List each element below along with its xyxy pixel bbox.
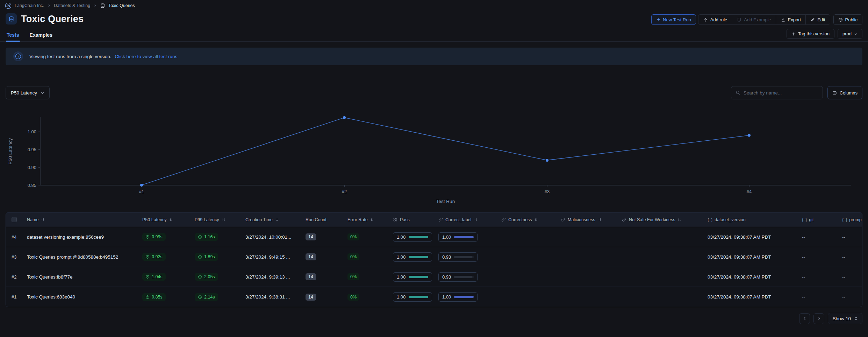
test-runs-table: NameP50 LatencyP99 LatencyCreation TimeR…	[6, 212, 862, 307]
search-icon	[736, 90, 740, 95]
new-test-run-button[interactable]: New Test Run	[651, 14, 696, 25]
add-example-button[interactable]: Add Example	[732, 15, 776, 24]
table-row[interactable]: #2Toxic Queries:fb8f77e1.04s2.05s3/27/20…	[6, 267, 862, 287]
sort-icon[interactable]	[169, 218, 173, 222]
breadcrumb-section[interactable]: Datasets & Testing	[54, 3, 90, 8]
pass-score: 1.00	[393, 232, 432, 242]
run-count-badge: 14	[306, 253, 316, 260]
pass-score: 1.00	[393, 292, 432, 302]
braces-icon: {···}	[708, 218, 712, 222]
svg-text:0.95: 0.95	[28, 147, 36, 152]
grid-icon	[393, 217, 397, 222]
sort-icon[interactable]	[474, 218, 478, 222]
run-name[interactable]: Toxic Queries:fb8f77e	[27, 274, 73, 280]
column-label: Name	[27, 217, 38, 222]
database-icon	[737, 17, 741, 22]
creation-time: 3/27/2024, 9:38:31 ...	[245, 294, 290, 300]
chevron-right-icon	[47, 4, 51, 7]
correct-label-score: 0.93	[438, 252, 478, 262]
database-icon	[100, 3, 105, 8]
column-label: Error Rate	[347, 217, 368, 222]
tab-tests[interactable]: Tests	[6, 29, 20, 41]
column-header-dataset-version: {···}dataset_version	[707, 217, 801, 222]
breadcrumb-org[interactable]: LangChain Inc.	[15, 3, 44, 8]
sort-desc-icon[interactable]	[275, 218, 279, 222]
prompt-value: --	[842, 234, 845, 240]
view-all-test-runs-link[interactable]: Click here to view all test runs	[115, 54, 178, 59]
version-info-banner: Viewing test runs from a single version.…	[6, 48, 862, 65]
breadcrumb: LangChain Inc. Datasets & Testing Toxic …	[0, 0, 868, 11]
pass-score: 1.00	[393, 252, 432, 262]
next-page-button[interactable]	[813, 313, 824, 324]
select-all-checkbox[interactable]	[12, 217, 17, 222]
dataset-version: 03/27/2024, 09:38:07 AM PDT	[708, 254, 771, 260]
search-input-wrapper	[731, 86, 823, 99]
sort-icon[interactable]	[370, 218, 374, 222]
run-count-badge: 14	[306, 273, 316, 280]
page-size-select[interactable]: Show 10	[828, 313, 862, 324]
p50-latency-badge: 0.85s	[142, 293, 166, 301]
search-input[interactable]	[744, 90, 818, 96]
export-button[interactable]: Export	[776, 15, 806, 24]
edit-button[interactable]: Edit	[806, 15, 830, 24]
pencil-icon	[811, 17, 815, 22]
run-name[interactable]: dataset versioning example:856cee9	[27, 234, 104, 240]
sort-icon[interactable]	[677, 218, 681, 222]
columns-button[interactable]: Columns	[827, 86, 862, 99]
prompt-value: --	[842, 254, 845, 260]
braces-icon: {···}	[802, 218, 806, 222]
lightning-icon	[703, 17, 708, 22]
table-row[interactable]: #4dataset versioning example:856cee90.99…	[6, 227, 862, 247]
svg-text:Test Run: Test Run	[436, 199, 455, 204]
dataset-version: 03/27/2024, 09:38:07 AM PDT	[708, 234, 771, 240]
column-header-correct-label: Correct_label	[438, 217, 501, 222]
chevron-down-icon	[41, 91, 44, 95]
run-name[interactable]: Toxic Queries prompt @8d80588e:b495152	[27, 254, 118, 260]
column-header-error-rate: Error Rate	[347, 217, 392, 222]
run-count-badge: 14	[306, 233, 316, 240]
tab-examples[interactable]: Examples	[29, 29, 53, 41]
pagination: Show 10	[799, 313, 862, 324]
dataset-database-icon	[6, 13, 17, 24]
table-header-row: NameP50 LatencyP99 LatencyCreation TimeR…	[6, 212, 862, 227]
clock-icon	[198, 295, 202, 299]
table-row[interactable]: #3Toxic Queries prompt @8d80588e:b495152…	[6, 247, 862, 267]
prompt-value: --	[842, 294, 845, 300]
column-header-pass: Pass	[392, 217, 438, 222]
plus-icon	[791, 32, 796, 36]
column-label: P99 Latency	[195, 217, 219, 222]
column-header-maliciousness: Maliciousness	[560, 217, 621, 222]
clock-icon	[145, 235, 150, 239]
sort-icon[interactable]	[598, 218, 602, 222]
prev-page-button[interactable]	[799, 313, 810, 324]
dataset-version: 03/27/2024, 09:38:07 AM PDT	[708, 274, 771, 280]
p99-latency-badge: 1.16s	[195, 233, 218, 241]
version-select[interactable]: prod	[838, 29, 862, 39]
column-header-creation-time: Creation Time	[245, 217, 305, 222]
org-avatar-icon[interactable]	[5, 2, 12, 9]
metric-select[interactable]: P50 Latency	[6, 86, 50, 99]
sort-icon[interactable]	[41, 218, 45, 222]
git-value: --	[802, 274, 805, 280]
run-number: #2	[12, 274, 16, 280]
column-header-p99-latency: P99 Latency	[194, 217, 245, 222]
dataset-version: 03/27/2024, 09:38:07 AM PDT	[708, 294, 771, 300]
column-header-name: Name	[26, 217, 142, 222]
sort-icon[interactable]	[222, 218, 225, 222]
banner-text: Viewing test runs from a single version.	[29, 54, 112, 59]
tag-this-version-button[interactable]: Tag this version	[787, 29, 834, 39]
clock-icon	[198, 235, 202, 239]
sort-icon[interactable]	[534, 218, 538, 222]
table-row[interactable]: #1Toxic Queries:683e0400.85s2.14s3/27/20…	[6, 287, 862, 307]
p99-latency-badge: 2.14s	[195, 293, 218, 301]
svg-text:0.85: 0.85	[28, 183, 36, 188]
column-label: Correct_label	[445, 217, 471, 222]
clock-icon	[198, 255, 202, 259]
add-rule-button[interactable]: Add rule	[698, 15, 732, 24]
svg-text:#1: #1	[139, 189, 144, 194]
creation-time: 3/27/2024, 9:49:15 ...	[245, 254, 290, 260]
run-name[interactable]: Toxic Queries:683e040	[27, 294, 75, 300]
public-button[interactable]: Public	[833, 14, 862, 25]
column-header-p50-latency: P50 Latency	[142, 217, 194, 222]
chevron-right-icon	[93, 4, 97, 7]
